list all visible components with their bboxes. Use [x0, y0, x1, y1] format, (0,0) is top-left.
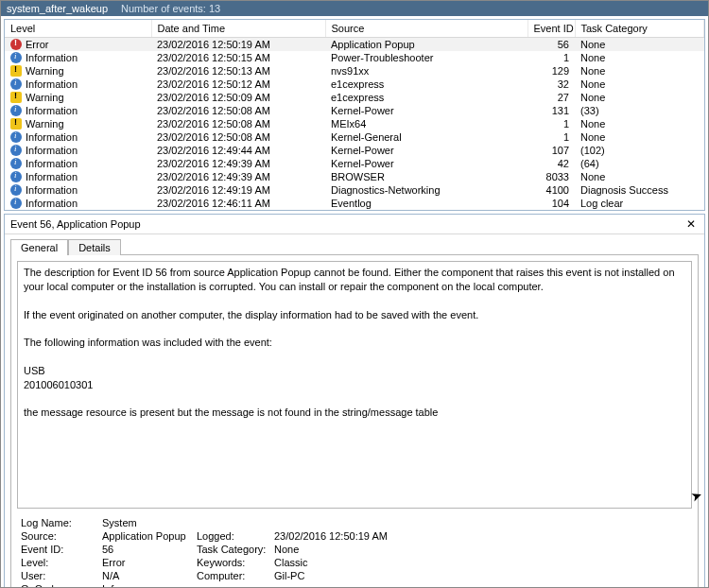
- source-cell: e1cexpress: [325, 91, 527, 104]
- prop-value: Info: [102, 583, 197, 588]
- date-cell: 23/02/2016 12:50:19 AM: [151, 38, 325, 52]
- level-text: Information: [26, 131, 78, 143]
- prop-label: Level:: [21, 557, 102, 568]
- prop-label: Computer:: [197, 570, 274, 581]
- level-text: Warning: [26, 118, 64, 130]
- date-cell: 23/02/2016 12:49:19 AM: [151, 183, 325, 197]
- table-row[interactable]: Information23/02/2016 12:49:19 AMDiagnos…: [5, 183, 704, 197]
- tab-body: The description for Event ID 56 from sou…: [10, 254, 699, 588]
- eventid-cell: 131: [527, 104, 575, 117]
- desc-line: the message resource is present but the …: [24, 406, 685, 420]
- table-row[interactable]: Information23/02/2016 12:50:12 AMe1cexpr…: [5, 78, 704, 91]
- prop-label: Event ID:: [21, 544, 102, 555]
- task-cell: (64): [575, 157, 704, 170]
- level-text: Information: [26, 184, 78, 196]
- task-cell: (33): [575, 104, 704, 117]
- table-row[interactable]: Information23/02/2016 12:50:15 AMPower-T…: [5, 51, 704, 64]
- prop-label: OpCode:: [21, 583, 102, 588]
- desc-line: The description for Event ID 56 from sou…: [24, 266, 685, 294]
- task-cell: None: [575, 170, 704, 183]
- table-row[interactable]: Warning23/02/2016 12:50:08 AMMEIx641None: [5, 117, 704, 130]
- info-icon: [10, 184, 22, 196]
- source-cell: nvs91xx: [325, 64, 527, 78]
- prop-value: Gil-PC: [274, 570, 304, 581]
- date-cell: 23/02/2016 12:49:44 AM: [151, 144, 325, 157]
- col-date[interactable]: Date and Time: [151, 20, 325, 38]
- info-icon: [10, 78, 22, 90]
- table-row[interactable]: Information23/02/2016 12:46:11 AMEventlo…: [5, 197, 704, 210]
- table-row[interactable]: Information23/02/2016 12:50:08 AMKernel-…: [5, 130, 704, 144]
- table-row[interactable]: Error23/02/2016 12:50:19 AMApplication P…: [5, 38, 704, 52]
- table-row[interactable]: Warning23/02/2016 12:50:13 AMnvs91xx129N…: [5, 64, 704, 78]
- task-cell: None: [575, 51, 704, 64]
- desc-line: The following information was included w…: [24, 336, 685, 350]
- date-cell: 23/02/2016 12:50:13 AM: [151, 64, 325, 78]
- level-text: Information: [26, 158, 78, 169]
- source-cell: Application Popup: [325, 38, 527, 52]
- source-cell: BROWSER: [325, 170, 527, 183]
- info-icon: [10, 145, 22, 156]
- date-cell: 23/02/2016 12:50:08 AM: [151, 117, 325, 130]
- source-cell: Diagnostics-Networking: [325, 183, 527, 197]
- event-properties: Log Name: System Source: Application Pop…: [21, 516, 688, 588]
- eventid-cell: 1: [527, 51, 575, 64]
- table-row[interactable]: Information23/02/2016 12:49:39 AMKernel-…: [5, 157, 704, 170]
- source-cell: Eventlog: [325, 197, 527, 210]
- event-list-pane: Level Date and Time Source Event ID Task…: [4, 19, 705, 211]
- events-table: Level Date and Time Source Event ID Task…: [5, 20, 704, 210]
- warn-icon: [10, 65, 22, 77]
- prop-label: User:: [21, 570, 102, 581]
- eventid-cell: 104: [527, 197, 575, 210]
- table-row[interactable]: Warning23/02/2016 12:50:09 AMe1cexpress2…: [5, 91, 704, 104]
- prop-value: None: [274, 544, 299, 555]
- col-level[interactable]: Level: [5, 20, 151, 38]
- col-eventid[interactable]: Event ID: [527, 20, 575, 38]
- desc-line: 201006010301: [24, 378, 685, 392]
- detail-title: Event 56, Application Popup: [10, 218, 141, 230]
- info-icon: [10, 105, 22, 116]
- source-cell: Kernel-Power: [325, 144, 527, 157]
- col-source[interactable]: Source: [325, 20, 527, 38]
- table-row[interactable]: Information23/02/2016 12:50:08 AMKernel-…: [5, 104, 704, 117]
- desc-line: USB: [24, 364, 685, 378]
- prop-value: N/A: [102, 570, 197, 581]
- date-cell: 23/02/2016 12:49:39 AM: [151, 157, 325, 170]
- tab-strip: General Details: [5, 234, 704, 254]
- table-row[interactable]: Information23/02/2016 12:49:44 AMKernel-…: [5, 144, 704, 157]
- task-cell: None: [575, 130, 704, 144]
- info-icon: [10, 131, 22, 143]
- task-cell: Diagnosis Success: [575, 183, 704, 197]
- prop-value: 56: [102, 544, 197, 555]
- prop-label: Keywords:: [197, 557, 274, 568]
- tab-general[interactable]: General: [10, 239, 68, 255]
- task-cell: None: [575, 78, 704, 91]
- level-text: Information: [26, 78, 78, 90]
- task-cell: (102): [575, 144, 704, 157]
- level-text: Information: [26, 52, 78, 63]
- info-icon: [10, 171, 22, 182]
- prop-value: Application Popup: [102, 530, 197, 542]
- eventid-cell: 1: [527, 130, 575, 144]
- info-icon: [10, 198, 22, 209]
- source-cell: Kernel-General: [325, 130, 527, 144]
- date-cell: 23/02/2016 12:50:08 AM: [151, 104, 325, 117]
- date-cell: 23/02/2016 12:49:39 AM: [151, 170, 325, 183]
- date-cell: 23/02/2016 12:50:08 AM: [151, 130, 325, 144]
- source-cell: Kernel-Power: [325, 104, 527, 117]
- eventid-cell: 42: [527, 157, 575, 170]
- prop-label: Task Category:: [197, 544, 274, 555]
- error-icon: [10, 39, 22, 50]
- event-count: Number of events: 13: [121, 3, 220, 14]
- table-row[interactable]: Information23/02/2016 12:49:39 AMBROWSER…: [5, 170, 704, 183]
- col-task[interactable]: Task Category: [575, 20, 704, 38]
- table-header-row[interactable]: Level Date and Time Source Event ID Task…: [5, 20, 704, 38]
- close-icon[interactable]: ✕: [683, 217, 699, 231]
- prop-label: Source:: [21, 530, 102, 542]
- task-cell: None: [575, 38, 704, 52]
- tab-details[interactable]: Details: [68, 239, 121, 255]
- source-cell: Power-Troubleshooter: [325, 51, 527, 64]
- desc-line: If the event originated on another compu…: [24, 308, 685, 322]
- prop-label: Logged:: [197, 530, 274, 542]
- warn-icon: [10, 92, 22, 103]
- eventid-cell: 107: [527, 144, 575, 157]
